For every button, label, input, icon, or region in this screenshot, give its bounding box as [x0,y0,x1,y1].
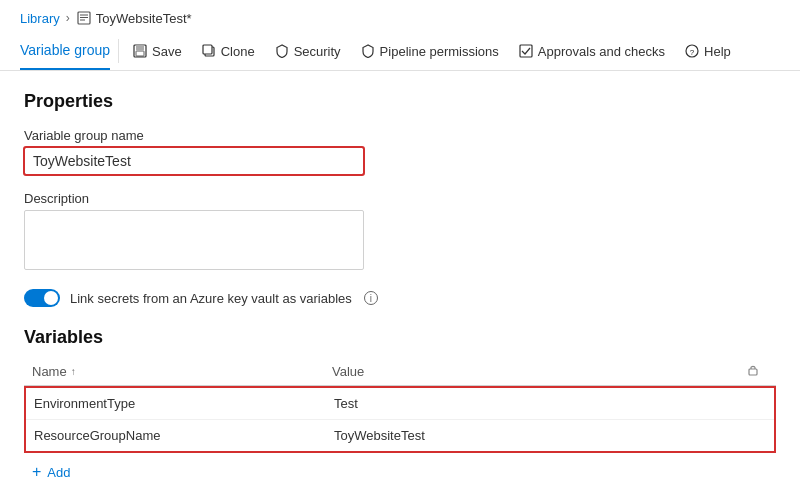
svg-text:?: ? [690,48,695,57]
variables-title: Variables [24,327,776,348]
variable-group-name-input[interactable] [24,147,364,175]
table-header: Name ↑ Value [24,358,776,386]
svg-rect-5 [136,45,144,50]
toolbar-divider-1 [118,39,119,63]
breadcrumb-separator: › [66,11,70,25]
current-page-title: ToyWebsiteTest* [96,11,192,26]
col-lock-header [738,364,768,379]
clone-button[interactable]: Clone [192,36,265,67]
pipeline-permissions-icon [361,44,375,58]
col-name-header: Name ↑ [32,364,332,379]
pipeline-permissions-button[interactable]: Pipeline permissions [351,36,509,67]
toggle-knob [44,291,58,305]
table-row: ResourceGroupName ToyWebsiteTest [26,420,774,451]
security-icon [275,44,289,58]
key-vault-toggle[interactable] [24,289,60,307]
col-value-header: Value [332,364,738,379]
table-row: EnvironmentType Test [26,388,774,420]
variables-table-body: EnvironmentType Test ResourceGroupName T… [24,386,776,453]
description-field: Description [24,191,776,273]
svg-rect-8 [203,45,212,54]
security-label: Security [294,44,341,59]
pipeline-permissions-label: Pipeline permissions [380,44,499,59]
variable-group-name-label: Variable group name [24,128,776,143]
help-button[interactable]: ? Help [675,36,741,67]
properties-title: Properties [24,91,776,112]
approvals-and-checks-label: Approvals and checks [538,44,665,59]
row-0-name: EnvironmentType [34,396,334,411]
row-1-value: ToyWebsiteTest [334,428,736,443]
description-label: Description [24,191,776,206]
clone-label: Clone [221,44,255,59]
save-icon [133,44,147,58]
breadcrumb-current: ToyWebsiteTest* [76,10,192,26]
add-label: Add [47,465,70,480]
page-icon [76,10,92,26]
help-icon: ? [685,44,699,58]
breadcrumb: Library › ToyWebsiteTest* [0,0,800,32]
sort-arrow: ↑ [71,366,76,377]
key-vault-toggle-row: Link secrets from an Azure key vault as … [24,289,776,307]
row-0-value: Test [334,396,736,411]
add-button[interactable]: + Add [24,453,776,491]
help-label: Help [704,44,731,59]
clone-icon [202,44,216,58]
main-content: Properties Variable group name Descripti… [0,71,800,503]
save-label: Save [152,44,182,59]
toolbar: Variable group Save Clone Security [0,32,800,71]
tab-variable-group[interactable]: Variable group [20,32,110,70]
approvals-icon [519,44,533,58]
description-input[interactable] [24,210,364,270]
toggle-label: Link secrets from an Azure key vault as … [70,291,352,306]
row-1-name: ResourceGroupName [34,428,334,443]
save-button[interactable]: Save [123,36,192,67]
library-link[interactable]: Library [20,11,60,26]
svg-rect-9 [520,45,532,57]
variables-table: Name ↑ Value EnvironmentType Test Resour… [24,358,776,453]
svg-rect-6 [136,51,144,56]
approvals-and-checks-button[interactable]: Approvals and checks [509,36,675,67]
svg-rect-12 [749,369,757,375]
add-plus-icon: + [32,463,41,481]
security-button[interactable]: Security [265,36,351,67]
variable-group-name-field: Variable group name [24,128,776,175]
info-icon[interactable]: i [364,291,378,305]
